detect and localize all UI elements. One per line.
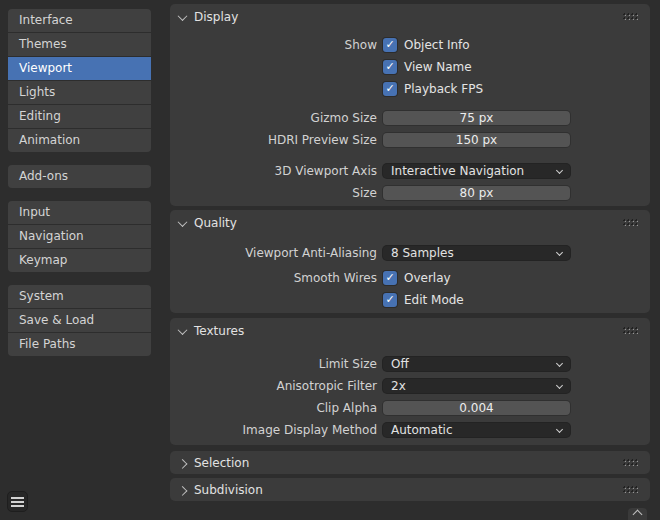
gizmo-size-label: Gizmo Size bbox=[170, 111, 377, 125]
overlay-checkbox[interactable]: ✓ bbox=[383, 271, 397, 285]
check-icon: ✓ bbox=[385, 271, 394, 285]
panel-textures: Textures Limit Size Off Anisotropic Filt… bbox=[170, 318, 650, 445]
chevron-right-icon bbox=[178, 486, 188, 496]
sidebar-item-keymap[interactable]: Keymap bbox=[8, 249, 151, 272]
sidebar-item-themes[interactable]: Themes bbox=[8, 33, 151, 56]
view-name-label[interactable]: View Name bbox=[404, 60, 472, 74]
chevron-down-icon bbox=[556, 359, 563, 366]
row-limit-size: Limit Size Off bbox=[170, 357, 650, 371]
gizmo-size-field[interactable]: 75 px bbox=[383, 111, 570, 125]
scroll-up-button[interactable] bbox=[628, 508, 647, 520]
preferences-window: Interface Themes Viewport Lights Editing… bbox=[0, 0, 660, 520]
sidebar-item-input[interactable]: Input bbox=[8, 201, 151, 224]
sidebar-item-lights[interactable]: Lights bbox=[8, 81, 151, 104]
sidebar-item-viewport[interactable]: Viewport bbox=[8, 57, 151, 80]
panel-drag-grip-icon[interactable] bbox=[623, 486, 639, 494]
row-axis-size: Size 80 px bbox=[170, 186, 650, 200]
sidebar-group-addons: Add-ons bbox=[8, 165, 151, 188]
object-info-label[interactable]: Object Info bbox=[404, 38, 470, 52]
edit-mode-checkbox[interactable]: ✓ bbox=[383, 293, 397, 307]
chevron-down-icon bbox=[556, 248, 563, 255]
row-overlay: Smooth Wires ✓ Overlay bbox=[170, 271, 650, 285]
axis-size-label: Size bbox=[170, 186, 377, 200]
panel-quality-header[interactable]: Quality bbox=[170, 210, 650, 236]
object-info-checkbox[interactable]: ✓ bbox=[383, 38, 397, 52]
dropdown-value: 2x bbox=[391, 379, 406, 393]
row-hdri-preview-size: HDRI Preview Size 150 px bbox=[170, 133, 650, 147]
viewport-axis-label: 3D Viewport Axis bbox=[170, 164, 377, 178]
editor-menu-button[interactable] bbox=[7, 491, 28, 512]
hdri-preview-size-field[interactable]: 150 px bbox=[383, 133, 570, 147]
sidebar-group-system: System Save & Load File Paths bbox=[8, 285, 151, 356]
panel-title: Selection bbox=[194, 456, 249, 470]
limit-size-dropdown[interactable]: Off bbox=[383, 357, 570, 371]
axis-size-field[interactable]: 80 px bbox=[383, 186, 570, 200]
chevron-down-icon bbox=[178, 325, 188, 335]
edit-mode-label[interactable]: Edit Mode bbox=[404, 293, 464, 307]
dropdown-value: 8 Samples bbox=[391, 246, 454, 260]
sidebar-item-file-paths[interactable]: File Paths bbox=[8, 333, 151, 356]
panel-drag-grip-icon[interactable] bbox=[623, 13, 639, 21]
clip-alpha-label: Clip Alpha bbox=[170, 401, 377, 415]
sidebar-item-addons[interactable]: Add-ons bbox=[8, 165, 151, 188]
anisotropic-filter-label: Anisotropic Filter bbox=[170, 379, 377, 393]
row-viewport-axis: 3D Viewport Axis Interactive Navigation bbox=[170, 164, 650, 178]
chevron-down-icon bbox=[178, 11, 188, 21]
playback-fps-label[interactable]: Playback FPS bbox=[404, 82, 483, 96]
sidebar-item-system[interactable]: System bbox=[8, 285, 151, 308]
sidebar-item-navigation[interactable]: Navigation bbox=[8, 225, 151, 248]
row-playback-fps: ✓ Playback FPS bbox=[170, 82, 650, 96]
hdri-preview-size-label: HDRI Preview Size bbox=[170, 133, 377, 147]
dropdown-value: Interactive Navigation bbox=[391, 164, 524, 178]
panel-quality: Quality Viewport Anti-Aliasing 8 Samples… bbox=[170, 210, 650, 313]
smooth-wires-label: Smooth Wires bbox=[170, 271, 377, 285]
panel-subdivision-header[interactable]: Subdivision bbox=[170, 478, 650, 501]
panel-drag-grip-icon[interactable] bbox=[623, 327, 639, 335]
row-object-info: Show ✓ Object Info bbox=[170, 38, 650, 52]
row-gizmo-size: Gizmo Size 75 px bbox=[170, 111, 650, 125]
sidebar-item-editing[interactable]: Editing bbox=[8, 105, 151, 128]
chevron-down-icon bbox=[556, 425, 563, 432]
anti-aliasing-label: Viewport Anti-Aliasing bbox=[170, 246, 377, 260]
row-view-name: ✓ View Name bbox=[170, 60, 650, 74]
panel-drag-grip-icon[interactable] bbox=[623, 459, 639, 467]
panel-title: Subdivision bbox=[194, 483, 263, 497]
dropdown-value: Off bbox=[391, 357, 409, 371]
image-display-method-dropdown[interactable]: Automatic bbox=[383, 423, 570, 437]
panel-selection-header[interactable]: Selection bbox=[170, 451, 650, 474]
panel-title: Quality bbox=[194, 216, 237, 230]
view-name-checkbox[interactable]: ✓ bbox=[383, 60, 397, 74]
row-image-display-method: Image Display Method Automatic bbox=[170, 423, 650, 437]
check-icon: ✓ bbox=[385, 293, 394, 307]
chevron-down-icon bbox=[556, 166, 563, 173]
row-clip-alpha: Clip Alpha 0.004 bbox=[170, 401, 650, 415]
anisotropic-filter-dropdown[interactable]: 2x bbox=[383, 379, 570, 393]
panel-selection: Selection bbox=[170, 451, 650, 474]
row-anti-aliasing: Viewport Anti-Aliasing 8 Samples bbox=[170, 246, 650, 260]
sidebar-group-input: Input Navigation Keymap bbox=[8, 201, 151, 272]
chevron-down-icon bbox=[556, 381, 563, 388]
sidebar-item-save-load[interactable]: Save & Load bbox=[8, 309, 151, 332]
sidebar-item-interface[interactable]: Interface bbox=[8, 9, 151, 32]
row-anisotropic-filter: Anisotropic Filter 2x bbox=[170, 379, 650, 393]
panel-subdivision: Subdivision bbox=[170, 478, 650, 501]
preferences-sidebar: Interface Themes Viewport Lights Editing… bbox=[8, 9, 151, 369]
panel-display: Display Show ✓ Object Info ✓ View Name ✓… bbox=[170, 4, 650, 206]
clip-alpha-field[interactable]: 0.004 bbox=[383, 401, 570, 415]
sidebar-item-animation[interactable]: Animation bbox=[8, 129, 151, 152]
anti-aliasing-dropdown[interactable]: 8 Samples bbox=[383, 246, 570, 260]
viewport-axis-dropdown[interactable]: Interactive Navigation bbox=[383, 164, 570, 178]
chevron-down-icon bbox=[178, 217, 188, 227]
hamburger-icon bbox=[11, 501, 24, 503]
overlay-label[interactable]: Overlay bbox=[404, 271, 451, 285]
panel-display-header[interactable]: Display bbox=[170, 4, 650, 30]
chevron-right-icon bbox=[178, 459, 188, 469]
playback-fps-checkbox[interactable]: ✓ bbox=[383, 82, 397, 96]
limit-size-label: Limit Size bbox=[170, 357, 377, 371]
panel-textures-header[interactable]: Textures bbox=[170, 318, 650, 344]
sidebar-group-general: Interface Themes Viewport Lights Editing… bbox=[8, 9, 151, 152]
chevron-up-icon bbox=[633, 510, 643, 520]
show-label: Show bbox=[170, 38, 377, 52]
dropdown-value: Automatic bbox=[391, 423, 453, 437]
panel-drag-grip-icon[interactable] bbox=[623, 219, 639, 227]
